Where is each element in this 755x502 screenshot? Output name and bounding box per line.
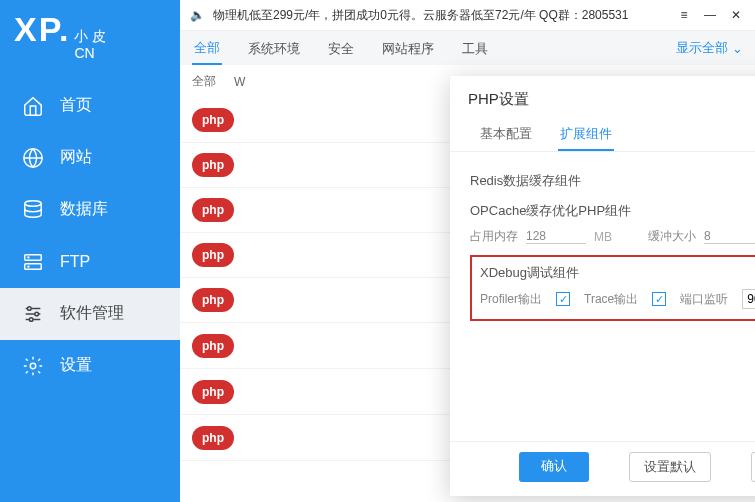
nav-site[interactable]: 网站 [0, 132, 180, 184]
mem-label: 占用内存 [470, 228, 518, 245]
menu-icon[interactable]: ≡ [675, 6, 693, 24]
trace-label: Trace输出 [584, 291, 638, 308]
sidebar: XP. 小 皮CN 首页 网站 数据库 FTP 软件管理 [0, 0, 180, 502]
cat-sysenv[interactable]: 系统环境 [246, 32, 302, 64]
logo: XP. 小 皮CN [0, 0, 180, 70]
main: 🔈 物理机低至299元/年，拼团成功0元得。云服务器低至72元/年 QQ群：28… [180, 0, 755, 502]
nav-label: 软件管理 [60, 303, 124, 324]
nav-settings[interactable]: 设置 [0, 340, 180, 392]
nav-label: FTP [60, 253, 90, 271]
xdebug-section: XDebug调试组件 ON Profiler输出 ✓ Trace输出 ✓ 端口监… [470, 255, 755, 321]
php-badge: php [192, 108, 234, 132]
buf-input[interactable] [704, 229, 755, 244]
modal-body: Redis数据缓存组件 OFF OPCache缓存优化PHP组件 ON 占用内存… [450, 152, 755, 441]
php-badge: php [192, 153, 234, 177]
gear-icon [22, 355, 44, 377]
nav-ftp[interactable]: FTP [0, 236, 180, 288]
buf-label: 缓冲大小 [648, 228, 696, 245]
database-icon [22, 199, 44, 221]
speaker-icon: 🔈 [190, 8, 205, 22]
chevron-down-icon: ⌄ [732, 41, 743, 56]
nav-label: 设置 [60, 355, 92, 376]
svg-point-10 [35, 312, 39, 316]
tab-basic[interactable]: 基本配置 [478, 119, 534, 151]
mem-input[interactable] [526, 229, 586, 244]
svg-point-5 [28, 266, 29, 267]
sub-all[interactable]: 全部 [192, 73, 216, 90]
modal-title: PHP设置 [450, 76, 755, 115]
svg-point-12 [30, 363, 36, 369]
tab-extensions[interactable]: 扩展组件 [558, 119, 614, 151]
redis-label: Redis数据缓存组件 [470, 172, 581, 190]
nav: 首页 网站 数据库 FTP 软件管理 设置 [0, 80, 180, 502]
php-badge: php [192, 288, 234, 312]
ftp-icon [22, 251, 44, 273]
cancel-button[interactable]: 取消 [751, 452, 755, 482]
php-badge: php [192, 334, 234, 358]
port-label: 端口监听 [680, 291, 728, 308]
cat-tools[interactable]: 工具 [460, 32, 490, 64]
confirm-button[interactable]: 确认 [519, 452, 589, 482]
xdebug-label: XDebug调试组件 [480, 264, 579, 282]
svg-point-1 [25, 200, 42, 206]
home-icon [22, 95, 44, 117]
profiler-checkbox[interactable]: ✓ [556, 292, 570, 306]
php-settings-modal: PHP设置 基本配置 扩展组件 Redis数据缓存组件 OFF OPCache缓… [450, 76, 755, 496]
nav-label: 网站 [60, 147, 92, 168]
svg-point-11 [29, 317, 33, 321]
topbar: 🔈 物理机低至299元/年，拼团成功0元得。云服务器低至72元/年 QQ群：28… [180, 0, 755, 31]
nav-label: 数据库 [60, 199, 108, 220]
modal-footer: 确认 设置默认 取消 [450, 441, 755, 496]
sliders-icon [22, 303, 44, 325]
cat-security[interactable]: 安全 [326, 32, 356, 64]
mem-unit: MB [594, 230, 612, 244]
svg-point-4 [28, 257, 29, 258]
show-all-link[interactable]: 显示全部 ⌄ [676, 39, 743, 57]
php-badge: php [192, 198, 234, 222]
modal-tabs: 基本配置 扩展组件 [450, 115, 755, 152]
cat-webapp[interactable]: 网站程序 [380, 32, 436, 64]
port-input[interactable] [742, 289, 755, 309]
sub-w[interactable]: W [234, 75, 245, 89]
category-tabs: 全部 系统环境 安全 网站程序 工具 显示全部 ⌄ [180, 31, 755, 65]
svg-point-9 [28, 306, 32, 310]
php-badge: php [192, 243, 234, 267]
globe-icon [22, 147, 44, 169]
nav-software[interactable]: 软件管理 [0, 288, 180, 340]
nav-home[interactable]: 首页 [0, 80, 180, 132]
trace-checkbox[interactable]: ✓ [652, 292, 666, 306]
cat-all[interactable]: 全部 [192, 31, 222, 65]
opcache-label: OPCache缓存优化PHP组件 [470, 202, 631, 220]
profiler-label: Profiler输出 [480, 291, 542, 308]
close-icon[interactable]: ✕ [727, 6, 745, 24]
php-badge: php [192, 426, 234, 450]
announcement: 物理机低至299元/年，拼团成功0元得。云服务器低至72元/年 QQ群：2805… [213, 7, 628, 24]
nav-label: 首页 [60, 95, 92, 116]
php-badge: php [192, 380, 234, 404]
nav-db[interactable]: 数据库 [0, 184, 180, 236]
set-default-button[interactable]: 设置默认 [629, 452, 711, 482]
minimize-icon[interactable]: — [701, 6, 719, 24]
